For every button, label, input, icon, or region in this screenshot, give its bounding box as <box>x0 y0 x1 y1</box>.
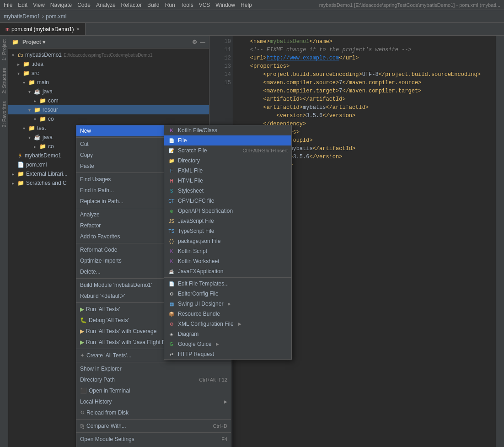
tree-resources[interactable]: ▾ 📁 resour <box>8 105 209 114</box>
sub-editorconfig[interactable]: ⚙ EditorConfig File <box>164 289 291 299</box>
breadcrumb-project[interactable]: mybatisDemo1 <box>4 13 40 20</box>
sub-pkg-json-label: package.json File <box>178 238 220 244</box>
breadcrumb-separator: › <box>42 13 44 20</box>
sub-editorconfig-label: EditorConfig File <box>178 291 219 297</box>
sidebar-tab-project[interactable]: 1: Project <box>0 36 8 64</box>
ctx-compare-label: Compare With... <box>86 423 126 429</box>
app-title: mybatisDemo1 [E:\ideacode\springTestCode… <box>319 2 500 8</box>
ctx-debug-tests-label: Debug 'All Tests' <box>89 317 129 323</box>
sub-kotlin-script[interactable]: K Kotlin Script <box>164 246 291 256</box>
sub-html[interactable]: H HTML File <box>164 176 291 186</box>
code-line-src: <maven.compiler.source>7</maven.compiler… <box>237 79 492 87</box>
menu-analyze[interactable]: Analyze <box>96 2 116 8</box>
sub-js[interactable]: JS JavaScript File <box>164 216 291 226</box>
sub-javafx[interactable]: ☕ JavaFXApplication <box>164 266 291 276</box>
ctx-mark-dir[interactable]: Mark Directory as <box>76 445 231 447</box>
html-icon: H <box>168 177 175 184</box>
directory-icon: 📁 <box>168 157 175 164</box>
menu-refactor[interactable]: Refactor <box>121 2 142 8</box>
tab-pom-xml[interactable]: m pom.xml (mybatisDemo1) ✕ <box>0 23 86 35</box>
sub-google-guice[interactable]: G Google Guice <box>164 339 291 349</box>
tree-java[interactable]: ▾ ☕ java <box>8 87 209 96</box>
sub-diagram-label: Diagram <box>178 331 198 337</box>
ctx-sep-10 <box>76 432 231 433</box>
ctx-dir-path[interactable]: Directory Path Ctrl+Alt+F12 <box>76 374 231 385</box>
sub-http-request-label: HTTP Request <box>178 351 214 357</box>
ctx-terminal-label: Open in Terminal <box>89 388 130 394</box>
menu-window[interactable]: Window <box>215 2 235 8</box>
submenu-new: K Kotlin File/Class 📄 File 📝 Scratch Fil… <box>164 125 292 360</box>
ctx-copy-label: Copy <box>80 152 93 158</box>
ctx-reload[interactable]: ↻ Reload from Disk <box>76 407 231 418</box>
tree-com[interactable]: ▸ 📁 com <box>8 96 209 105</box>
sub-openapi-label: OpenAPI Specification <box>178 208 233 214</box>
sub-http-request[interactable]: ⇄ HTTP Request <box>164 349 291 359</box>
menu-edit[interactable]: Edit <box>18 2 27 8</box>
project-collapse-icon[interactable]: — <box>200 39 205 45</box>
menu-help[interactable]: Help <box>241 2 252 8</box>
sub-swing[interactable]: ▦ Swing UI Designer <box>164 299 291 309</box>
ctx-local-history[interactable]: Local History <box>76 396 231 407</box>
code-line-12: <!-- FIXME change it to the project's we… <box>237 46 492 54</box>
sidebar-tab-favorites[interactable]: 2: Favorites <box>0 97 8 131</box>
sub-ts[interactable]: TS TypeScript File <box>164 226 291 236</box>
menu-code[interactable]: Code <box>77 2 91 8</box>
menu-navigate[interactable]: Navigate <box>50 2 72 8</box>
menu-tools[interactable]: Tools <box>181 2 193 8</box>
sub-openapi[interactable]: ⊕ OpenAPI Specification <box>164 206 291 216</box>
ctx-run-tests-label: Run 'All Tests' <box>86 306 120 312</box>
sub-scratch-label: Scratch File <box>178 147 207 154</box>
run-icon: ▶ <box>80 306 84 312</box>
sub-diagram[interactable]: ◈ Diagram <box>164 329 291 339</box>
sub-kotlin-worksheet-label: Kotlin Worksheet <box>178 258 220 264</box>
sub-resource-bundle-label: Resource Bundle <box>178 311 220 317</box>
tree-idea[interactable]: ▸ 📁 .idea <box>8 59 209 69</box>
sub-kotlin-class[interactable]: K Kotlin File/Class <box>164 125 291 135</box>
right-sidebar <box>496 36 504 447</box>
ctx-dir-path-label: Directory Path <box>80 377 115 383</box>
sub-css[interactable]: S Stylesheet <box>164 186 291 196</box>
sub-xml-config-label: XML Configuration File <box>178 321 234 327</box>
menu-vcs[interactable]: VCS <box>199 2 210 8</box>
menu-bar: File Edit View Navigate Code Analyze Ref… <box>0 0 504 10</box>
sub-resource-bundle[interactable]: 📦 Resource Bundle <box>164 309 291 319</box>
project-settings-icon[interactable]: ⚙ <box>192 39 197 45</box>
openapi-icon: ⊕ <box>168 207 175 215</box>
ctx-terminal[interactable]: ⬛ Open in Terminal <box>76 385 231 396</box>
menu-run[interactable]: Run <box>165 2 175 8</box>
tab-bar: m pom.xml (mybatisDemo1) ✕ <box>0 23 504 36</box>
ctx-show-explorer[interactable]: Show in Explorer <box>76 363 231 374</box>
ctx-reload-label: Reload from Disk <box>86 409 129 416</box>
sidebar-tab-structure[interactable]: 2: Structure <box>0 64 8 97</box>
menu-build[interactable]: Build <box>147 2 160 8</box>
sub-xml-config[interactable]: ⚙ XML Configuration File <box>164 319 291 329</box>
ctx-module-settings[interactable]: Open Module Settings F4 <box>76 434 231 445</box>
sub-kotlin-script-label: Kotlin Script <box>178 248 207 254</box>
tree-src[interactable]: ▾ 📁 src <box>8 69 209 78</box>
sub-fxml[interactable]: F FXML File <box>164 166 291 176</box>
ctx-paste-label: Paste <box>80 163 94 169</box>
kotlin-script-icon: K <box>168 248 175 255</box>
sub-cfml[interactable]: CF CFML/CFC file <box>164 196 291 206</box>
ctx-module-settings-label: Open Module Settings <box>80 436 134 442</box>
sub-edit-templates[interactable]: 📄 Edit File Templates... <box>164 279 291 289</box>
sub-edit-templates-label: Edit File Templates... <box>178 280 229 287</box>
breadcrumb-file[interactable]: pom.xml <box>46 13 66 20</box>
sub-file-label: File <box>178 137 187 144</box>
tree-main[interactable]: ▾ 📁 main <box>8 78 209 87</box>
sub-file[interactable]: 📄 File <box>164 135 291 145</box>
ctx-compare[interactable]: ⧎ Compare With... Ctrl+D <box>76 420 231 431</box>
breadcrumb: mybatisDemo1 › pom.xml <box>0 10 504 23</box>
tab-close-button[interactable]: ✕ <box>76 27 80 32</box>
sub-scratch[interactable]: 📝 Scratch File Ctrl+Alt+Shift+Insert <box>164 145 291 156</box>
tree-res-sub[interactable]: ▾ 📁 co <box>8 114 209 124</box>
sub-sep-1 <box>164 277 291 278</box>
sub-pkg-json[interactable]: { } package.json File <box>164 236 291 246</box>
css-icon: S <box>168 187 175 194</box>
project-icon: 📁 <box>12 39 19 45</box>
sub-kotlin-worksheet[interactable]: K Kotlin Worksheet <box>164 256 291 266</box>
sub-directory[interactable]: 📁 Directory <box>164 156 291 166</box>
menu-file[interactable]: File <box>4 2 12 8</box>
menu-view[interactable]: View <box>33 2 45 8</box>
tree-root[interactable]: ▾ 🗂 mybatisDemo1 E:\ideacode\springTestC… <box>8 50 209 59</box>
